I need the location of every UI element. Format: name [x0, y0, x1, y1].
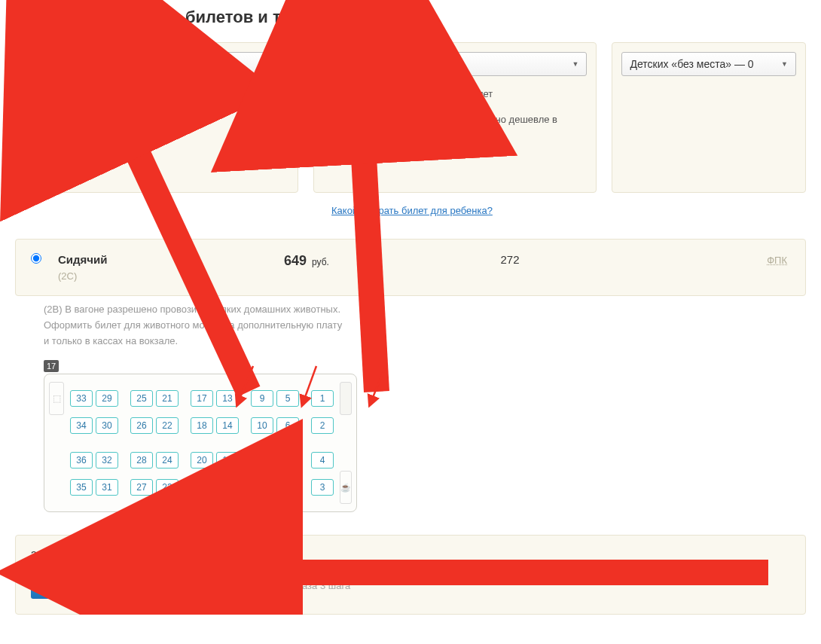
car-number: 17 — [44, 360, 59, 372]
panel-adults: Взрослых — 2 ▼ Можно добавить еще 1 пасс… — [15, 42, 298, 193]
wagon-radio[interactable] — [31, 253, 41, 264]
seat-row-bot1: 3632282420161284 — [49, 452, 352, 469]
children-hint-1: Можно добавить 1 ребенка до 10 лет — [323, 87, 587, 102]
enter-passengers-button[interactable]: Ввести данные пассажиров — [31, 572, 194, 599]
adults-select-value: Взрослых — 2 — [33, 58, 103, 70]
seat-11[interactable]: 11 — [251, 479, 273, 496]
seat-21[interactable]: 21 — [156, 390, 179, 407]
wc-icon: ⬚ — [49, 382, 64, 415]
coach-map: ⬚ 332925211713951 3430262218141062 36322… — [44, 374, 357, 512]
wagon-desc-1: (2В) В вагоне разрешено провозить мелких… — [44, 302, 806, 318]
seat-23[interactable]: 23 — [156, 479, 179, 496]
seat-row-bot2: 3531272319151173 ☕ — [49, 471, 352, 504]
wagon-type-row[interactable]: Сидячий (2С) 649 руб. 272 ФПК — [15, 239, 806, 296]
seat-4[interactable]: 4 — [311, 452, 334, 469]
seat-36[interactable]: 36 — [70, 452, 93, 469]
adults-hint: Можно добавить еще 1 пассажира ? — [25, 87, 288, 102]
seat-15[interactable]: 15 — [216, 479, 239, 496]
seat-13[interactable]: 13 — [216, 390, 239, 407]
wagon-price: 649 руб. — [284, 253, 435, 269]
summary-text: 3 билета Сидячий, 1 673 руб. — [31, 549, 790, 561]
adults-select[interactable]: Взрослых — 2 ▼ — [25, 52, 288, 76]
help-icon[interactable]: ? — [417, 130, 427, 140]
seat-25[interactable]: 25 — [130, 390, 153, 407]
seat-row-top1: ⬚ 332925211713951 — [49, 382, 352, 415]
seat-2[interactable]: 2 — [311, 417, 334, 434]
seat-24[interactable]: 24 — [156, 452, 179, 469]
luggage-icon — [340, 382, 352, 415]
seat-row-top2: 3430262218141062 — [49, 417, 352, 434]
seat-34[interactable]: 34 — [70, 417, 93, 434]
seat-27[interactable]: 27 — [130, 479, 153, 496]
seat-22[interactable]: 22 — [156, 417, 179, 434]
car-layout: 17 ⬚ 332925211713951 3430262218141062 — [44, 359, 806, 512]
footer-block: 3 билета Сидячий, 1 673 руб. Ввести данн… — [15, 535, 806, 615]
seat-35[interactable]: 35 — [70, 479, 93, 496]
chevron-down-icon: ▼ — [273, 60, 280, 68]
tea-icon: ☕ — [340, 471, 352, 504]
adults-hint-text: Можно добавить еще 1 пассажира — [25, 88, 182, 99]
wagon-count: 272 — [435, 253, 585, 266]
children-hint-2-text: Свое место в вагоне, как у взрослых, но … — [323, 114, 557, 140]
chevron-down-icon: ▼ — [572, 60, 579, 68]
seat-26[interactable]: 26 — [130, 417, 153, 434]
wagon-name: Сидячий — [58, 253, 284, 266]
help-icon[interactable]: ? — [186, 90, 197, 100]
seat-16[interactable]: 16 — [216, 452, 239, 469]
children-select[interactable]: Детских — 1 ▼ — [323, 52, 587, 76]
seat-19[interactable]: 19 — [191, 479, 213, 496]
wagon-desc-2: Оформить билет для животного можно за до… — [44, 318, 806, 334]
seat-1[interactable]: 1 — [311, 390, 334, 407]
wagon-code: (2С) — [58, 270, 284, 282]
wagon-price-value: 649 — [284, 253, 307, 268]
seat-31[interactable]: 31 — [96, 479, 118, 496]
seat-32[interactable]: 32 — [96, 452, 118, 469]
wagon-description: (2В) В вагоне разрешено провозить мелких… — [44, 302, 806, 349]
seat-12[interactable]: 12 — [251, 452, 273, 469]
seat-6[interactable]: 6 — [276, 417, 299, 434]
seat-10[interactable]: 10 — [251, 417, 273, 434]
panel-children: Детских — 1 ▼ Можно добавить 1 ребенка д… — [313, 42, 597, 193]
seat-33[interactable]: 33 — [70, 390, 93, 407]
wagon-desc-3: и только в кассах на вокзале. — [44, 334, 806, 349]
children-select-value: Детских — 1 — [331, 58, 392, 70]
seat-29[interactable]: 29 — [96, 390, 118, 407]
seat-17[interactable]: 17 — [191, 390, 213, 407]
seat-8[interactable]: 8 — [276, 452, 299, 469]
panel-infants: Детских «без места» — 0 ▼ — [612, 42, 806, 193]
seat-14[interactable]: 14 — [216, 417, 239, 434]
seat-18[interactable]: 18 — [191, 417, 213, 434]
steps-remaining: До завершения заказа 3 шага — [215, 580, 350, 591]
children-hint-2: Свое место в вагоне, как у взрослых, но … — [323, 112, 587, 142]
chevron-down-icon: ▼ — [781, 60, 788, 68]
seat-28[interactable]: 28 — [130, 452, 153, 469]
seat-30[interactable]: 30 — [96, 417, 118, 434]
seat-7[interactable]: 7 — [276, 479, 299, 496]
seat-20[interactable]: 20 — [191, 452, 213, 469]
wagon-price-unit: руб. — [312, 257, 329, 267]
seat-9[interactable]: 9 — [251, 390, 273, 407]
infants-select-value: Детских «без места» — 0 — [630, 58, 753, 70]
seat-3[interactable]: 3 — [311, 479, 334, 496]
seat-5[interactable]: 5 — [276, 390, 299, 407]
wagon-operator[interactable]: ФПК — [767, 255, 787, 266]
infants-select[interactable]: Детских «без места» — 0 ▼ — [621, 52, 796, 76]
child-ticket-link[interactable]: Какой выбрать билет для ребенка? — [331, 205, 493, 216]
page-title: Укажите количество билетов и тип вагона — [15, 8, 806, 27]
